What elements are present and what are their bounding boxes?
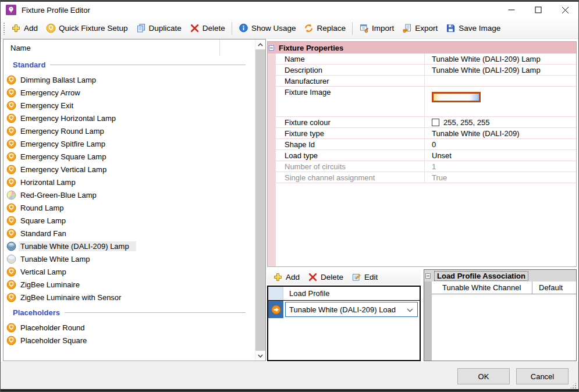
toolbar-button-label: Add bbox=[24, 24, 38, 33]
association-left-strip bbox=[424, 270, 432, 361]
collapse-minus-icon[interactable] bbox=[269, 45, 274, 51]
list-item-red-green-blue-lamp[interactable]: Red-Green-Blue Lamp bbox=[3, 188, 255, 201]
cancel-button[interactable]: Cancel bbox=[516, 368, 569, 384]
list-item-zigbee-luminaire-with-sensor[interactable]: ZigBee Luminaire with Sensor bbox=[3, 291, 255, 304]
delete-button[interactable]: Delete bbox=[186, 21, 229, 35]
lamp-bulb-icon bbox=[6, 293, 16, 302]
list-item-label: Emergency Round Lamp bbox=[19, 126, 111, 136]
add-button[interactable]: Add bbox=[7, 21, 42, 35]
edit-load-profile-button[interactable]: Edit bbox=[347, 270, 382, 284]
group-divider-line bbox=[50, 65, 246, 65]
toolbar-button-label: Delete bbox=[321, 273, 343, 281]
list-item-standard-fan[interactable]: Standard Fan bbox=[3, 227, 255, 240]
list-item-emergency-square-lamp[interactable]: Emergency Square Lamp bbox=[3, 150, 255, 163]
lamp-bulb-icon bbox=[6, 203, 16, 213]
scroll-up-button[interactable] bbox=[255, 40, 265, 49]
list-item-tunable-white-lamp[interactable]: Tunable White Lamp bbox=[3, 252, 255, 265]
property-value-text: Tunable White (DALI-209) Lamp bbox=[432, 55, 541, 63]
list-item-emergency-round-lamp[interactable]: Emergency Round Lamp bbox=[3, 124, 255, 137]
list-item-round-lamp[interactable]: Round Lamp bbox=[3, 201, 255, 214]
group-header-standard: Standard bbox=[3, 56, 255, 73]
scroll-down-button[interactable] bbox=[255, 351, 265, 361]
property-value[interactable]: 0 bbox=[425, 139, 576, 149]
load-profiles-toolbar: AddDeleteEdit bbox=[267, 269, 421, 284]
toolbar-button-label: Quick Fixture Setup bbox=[59, 24, 128, 33]
add-load-profile-button[interactable]: Add bbox=[269, 270, 304, 284]
delete-icon bbox=[190, 23, 200, 33]
lamp-bulb-icon bbox=[6, 139, 16, 149]
list-item-tunable-white-dali-209-lamp[interactable]: Tunable White (DALI-209) Lamp bbox=[3, 240, 255, 252]
property-value[interactable]: Tunable White (DALI-209) Lamp bbox=[425, 54, 576, 64]
resize-grip[interactable] bbox=[570, 382, 577, 389]
property-label: Number of circuits bbox=[276, 161, 425, 172]
tunable-white-channel-column-header[interactable]: Tunable White Channel bbox=[432, 281, 532, 294]
list-item-square-lamp[interactable]: Square Lamp bbox=[3, 214, 255, 227]
delete-load-profile-button[interactable]: Delete bbox=[304, 270, 347, 284]
property-value-text: Unset bbox=[432, 151, 452, 160]
list-item-emergency-vertical-lamp[interactable]: Emergency Vertical Lamp bbox=[3, 163, 255, 176]
lamp-bulb-icon bbox=[6, 177, 16, 187]
column-separator[interactable] bbox=[219, 40, 220, 56]
show-usage-button[interactable]: Show Usage bbox=[235, 21, 300, 35]
list-item-label: Emergency Spitfire Lamp bbox=[19, 139, 112, 149]
default-column-header[interactable]: Default bbox=[532, 281, 576, 294]
save-image-button[interactable]: Save Image bbox=[442, 21, 505, 35]
window-controls bbox=[498, 2, 578, 18]
fixture-image-thumbnail[interactable] bbox=[432, 92, 481, 102]
list-item-emergency-spitfire-lamp[interactable]: Emergency Spitfire Lamp bbox=[3, 137, 255, 150]
property-row-fixture-image: Fixture Image bbox=[276, 87, 576, 117]
export-button[interactable]: Export bbox=[398, 21, 442, 35]
list-item-horizontal-lamp[interactable]: Horizontal Lamp bbox=[3, 176, 255, 188]
list-item-label: Emergency Arrow bbox=[19, 88, 87, 98]
fixture-properties-header: Fixture Properties bbox=[268, 42, 576, 54]
lamp-bulb-icon bbox=[6, 323, 16, 333]
property-value[interactable]: Tunable White (DALI-209) bbox=[425, 128, 576, 138]
list-vertical-scrollbar[interactable] bbox=[255, 40, 265, 361]
list-column-header[interactable]: Name bbox=[3, 40, 255, 56]
list-item-zigbee-luminaire[interactable]: ZigBee Luminaire bbox=[3, 278, 255, 291]
toolbar-grip[interactable] bbox=[3, 22, 5, 35]
property-label: Description bbox=[276, 65, 425, 75]
property-value[interactable] bbox=[425, 87, 576, 116]
load-profile-combobox-value: Tunable White (DALI-209) Load bbox=[289, 305, 396, 314]
list-item-label: Tunable White (DALI-209) Lamp bbox=[19, 241, 136, 251]
load-profile-row: Tunable White (DALI-209) Load bbox=[268, 301, 420, 318]
list-item-label: Emergency Exit bbox=[19, 101, 80, 111]
property-value[interactable] bbox=[425, 76, 576, 86]
toolbar-button-label: Edit bbox=[364, 273, 378, 281]
property-value-text: True bbox=[432, 173, 447, 182]
property-label: Fixture colour bbox=[276, 117, 425, 127]
list-item-vertical-lamp[interactable]: Vertical Lamp bbox=[3, 265, 255, 278]
duplicate-button[interactable]: Duplicate bbox=[132, 21, 186, 35]
list-item-emergency-exit[interactable]: Emergency Exit bbox=[3, 99, 255, 112]
ok-button[interactable]: OK bbox=[457, 368, 510, 384]
load-profile-combobox[interactable]: Tunable White (DALI-209) Load bbox=[285, 302, 418, 317]
property-value[interactable]: Tunable White (DALI-209) Lamp bbox=[425, 65, 576, 75]
property-value[interactable]: Unset bbox=[425, 150, 576, 161]
list-item-emergency-horizontal-lamp[interactable]: Emergency Horizontal Lamp bbox=[3, 112, 255, 124]
toolbar-button-label: Export bbox=[415, 24, 438, 33]
load-profile-column-header: Load Profile bbox=[283, 287, 420, 300]
list-item-placeholder-square[interactable]: Placeholder Square bbox=[3, 334, 255, 347]
list-item-emergency-arrow[interactable]: Emergency Arrow bbox=[3, 86, 255, 99]
replace-button[interactable]: Replace bbox=[300, 21, 350, 35]
maximize-button[interactable] bbox=[525, 2, 552, 18]
close-button[interactable] bbox=[552, 2, 578, 18]
list-item-placeholder-round[interactable]: Placeholder Round bbox=[3, 321, 255, 334]
group-divider-line bbox=[65, 312, 246, 313]
quick-fixture-setup-button[interactable]: Quick Fixture Setup bbox=[42, 21, 132, 35]
property-rows: NameTunable White (DALI-209) LampDescrip… bbox=[276, 54, 576, 183]
import-button[interactable]: Import bbox=[355, 21, 398, 35]
chevron-down-icon[interactable] bbox=[407, 305, 413, 314]
property-value[interactable]: 255, 255, 255 bbox=[425, 117, 576, 127]
list-item-dimming-ballast-lamp[interactable]: Dimming Ballast Lamp bbox=[3, 73, 255, 86]
minimize-button[interactable] bbox=[498, 2, 525, 18]
scrollbar-thumb[interactable] bbox=[255, 49, 265, 351]
list-item-label: ZigBee Luminaire bbox=[19, 280, 87, 290]
toolbar-button-label: Import bbox=[372, 24, 394, 33]
property-label: Name bbox=[276, 54, 425, 64]
association-title: Load Profile Association bbox=[434, 271, 528, 281]
row-selector-cell[interactable] bbox=[268, 301, 283, 318]
collapse-minus-icon[interactable] bbox=[425, 273, 431, 279]
row-arrow-icon bbox=[271, 305, 281, 315]
